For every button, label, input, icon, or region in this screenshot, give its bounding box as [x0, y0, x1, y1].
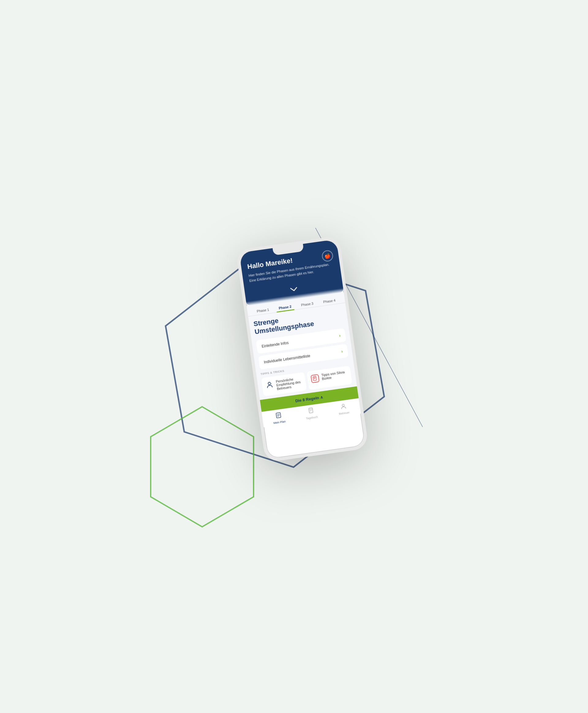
scene: 🍎 Hallo Mareike! Hier finden Sie die Pha…	[156, 188, 432, 525]
tip-card-silvia[interactable]: Tipps von Silvia Bürkte	[307, 366, 352, 390]
person-icon	[265, 380, 274, 390]
plan-icon	[275, 412, 282, 420]
svg-rect-8	[314, 379, 315, 379]
svg-point-11	[342, 404, 344, 406]
hex-green	[138, 402, 267, 531]
svg-rect-5	[313, 376, 317, 380]
chevron-right-icon-2: ›	[341, 349, 343, 354]
svg-marker-1	[151, 407, 254, 527]
nav-mein-plan[interactable]: Mein Plan	[262, 410, 296, 426]
nav-betreuer[interactable]: Betreuer	[327, 401, 361, 417]
betreuer-icon	[340, 403, 347, 411]
diary-icon	[308, 407, 315, 416]
book-icon	[310, 374, 320, 383]
phone-content: StrengeUmstellungsphase Einleitende Info…	[248, 303, 359, 412]
svg-rect-10	[309, 408, 313, 413]
chevron-right-icon: ›	[339, 333, 341, 338]
svg-rect-7	[314, 378, 315, 378]
svg-rect-6	[314, 377, 315, 378]
nav-tagebuch[interactable]: Tagebuch	[294, 405, 328, 421]
tip-card-personal[interactable]: Persönliche Empfehlung des Betreuers	[261, 372, 307, 396]
